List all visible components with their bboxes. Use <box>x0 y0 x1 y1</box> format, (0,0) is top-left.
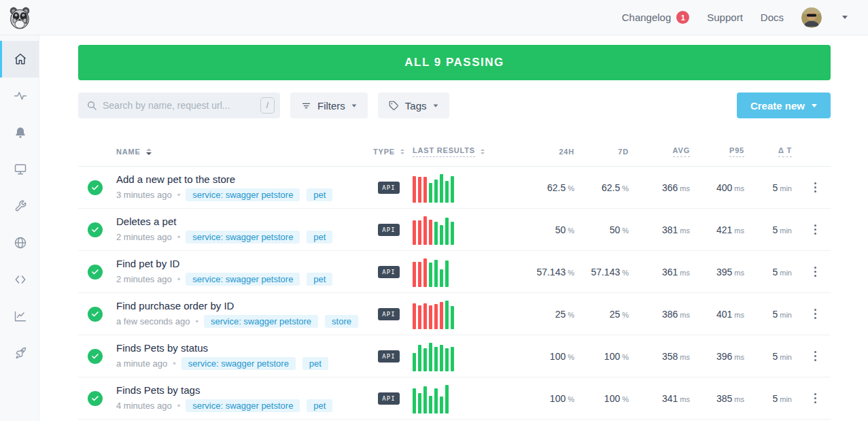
tag-badge[interactable]: pet <box>307 188 332 201</box>
sidebar-item-checks[interactable] <box>0 78 39 114</box>
sidebar-item-alerts[interactable] <box>0 114 39 151</box>
row-options-kebab-icon[interactable] <box>810 178 820 197</box>
tag-badge[interactable]: service: swagger petstore <box>186 231 300 243</box>
result-bar-fail[interactable] <box>413 220 416 245</box>
result-bar-fail[interactable] <box>413 262 416 287</box>
result-bar-pass[interactable] <box>451 347 454 371</box>
user-avatar[interactable] <box>801 7 822 28</box>
sort-icon-last-results[interactable] <box>481 149 485 154</box>
column-header-delta-t[interactable]: Δ T <box>752 146 800 157</box>
tag-badge[interactable]: pet <box>307 231 332 243</box>
result-bar-pass[interactable] <box>445 260 449 287</box>
tag-badge[interactable]: service: swagger petstore <box>186 273 300 286</box>
row-options-kebab-icon[interactable] <box>810 347 820 365</box>
result-bar-pass[interactable] <box>445 348 449 371</box>
result-bar-fail[interactable] <box>418 305 421 329</box>
sidebar-item-maintenance[interactable] <box>0 188 39 224</box>
column-header-avg[interactable]: AVG <box>637 146 698 157</box>
result-bar-pass[interactable] <box>440 397 443 414</box>
row-options-kebab-icon[interactable] <box>810 263 820 281</box>
result-bar-pass[interactable] <box>451 222 454 245</box>
result-bar-pass[interactable] <box>445 301 449 329</box>
result-bar-fail[interactable] <box>418 220 421 245</box>
result-bar-pass[interactable] <box>440 345 443 371</box>
result-bar-fail[interactable] <box>429 305 432 329</box>
result-bar-pass[interactable] <box>451 176 454 203</box>
check-name[interactable]: Find purchase order by ID <box>116 300 365 311</box>
filters-button[interactable]: Filters <box>290 92 368 118</box>
check-name-cell[interactable]: Add a new pet to the store 3 minutes ago… <box>116 173 365 201</box>
result-bar-pass[interactable] <box>434 222 438 245</box>
check-name-cell[interactable]: Finds Pets by tags 4 minutes ago • servi… <box>116 384 365 412</box>
result-bar-pass[interactable] <box>429 183 432 203</box>
sidebar-item-quickstart[interactable] <box>0 335 39 371</box>
docs-link[interactable]: Docs <box>761 12 784 23</box>
sort-icon-type[interactable] <box>400 149 404 154</box>
result-bar-fail[interactable] <box>434 304 438 329</box>
check-name-cell[interactable]: Find purchase order by ID a few seconds … <box>116 300 365 328</box>
result-bar-pass[interactable] <box>451 306 454 329</box>
tag-badge[interactable]: pet <box>302 357 328 370</box>
result-bar-pass[interactable] <box>440 174 443 203</box>
row-options-kebab-icon[interactable] <box>810 220 820 239</box>
result-bar-pass[interactable] <box>429 343 432 371</box>
sidebar-item-analytics[interactable] <box>0 298 39 335</box>
result-bar-pass[interactable] <box>440 269 443 287</box>
result-bar-pass[interactable] <box>418 393 421 414</box>
create-new-button[interactable]: Create new <box>737 92 831 118</box>
check-name[interactable]: Finds Pets by status <box>116 342 365 354</box>
result-bar-pass[interactable] <box>434 180 438 203</box>
changelog-link[interactable]: Changelog 1 <box>622 11 690 24</box>
result-bar-fail[interactable] <box>418 177 421 203</box>
result-bar-fail[interactable] <box>413 176 416 203</box>
search-input[interactable] <box>103 100 260 111</box>
result-bar-fail[interactable] <box>423 177 427 203</box>
tag-badge[interactable]: pet <box>307 273 332 286</box>
result-bar-fail[interactable] <box>418 262 421 287</box>
column-header-p95[interactable]: P95 <box>698 146 752 157</box>
status-banner[interactable]: ALL 9 PASSING <box>78 45 831 80</box>
column-header-last-results[interactable]: LAST RESULTS <box>413 146 521 157</box>
check-name[interactable]: Finds Pets by tags <box>116 384 365 396</box>
result-bar-pass[interactable] <box>445 385 449 414</box>
result-bar-pass[interactable] <box>429 263 432 287</box>
result-bar-pass[interactable] <box>434 388 438 414</box>
tag-badge[interactable]: pet <box>307 399 332 412</box>
tag-badge[interactable]: service: swagger petstore <box>181 357 296 370</box>
column-header-type[interactable]: TYPE <box>365 148 413 156</box>
result-bar-fail[interactable] <box>429 220 432 245</box>
result-bar-pass[interactable] <box>429 396 432 414</box>
sidebar-item-browser[interactable] <box>0 224 39 261</box>
result-bar-fail[interactable] <box>423 216 427 245</box>
sort-icon-name[interactable] <box>146 148 152 155</box>
result-bar-pass[interactable] <box>445 218 449 245</box>
result-bar-fail[interactable] <box>440 302 443 329</box>
raccoon-logo-icon[interactable] <box>8 6 31 29</box>
account-menu-caret-icon[interactable] <box>842 16 848 19</box>
result-bar-pass[interactable] <box>423 348 427 371</box>
check-name-cell[interactable]: Find pet by ID 2 minutes ago • service: … <box>116 258 365 286</box>
support-link[interactable]: Support <box>707 12 743 23</box>
tags-button[interactable]: Tags <box>378 92 449 118</box>
result-bar-pass[interactable] <box>418 345 421 371</box>
tag-badge[interactable]: service: swagger petstore <box>186 399 300 412</box>
check-name[interactable]: Find pet by ID <box>116 258 365 269</box>
check-name-cell[interactable]: Deletes a pet 2 minutes ago • service: s… <box>116 216 365 243</box>
result-bar-fail[interactable] <box>423 258 427 287</box>
row-options-kebab-icon[interactable] <box>810 305 820 323</box>
column-header-name[interactable]: NAME <box>116 148 365 156</box>
check-name[interactable]: Deletes a pet <box>116 216 365 227</box>
result-bar-pass[interactable] <box>413 388 416 414</box>
result-bar-pass[interactable] <box>445 181 449 203</box>
result-bar-pass[interactable] <box>423 386 427 414</box>
row-options-kebab-icon[interactable] <box>810 389 820 407</box>
result-bar-fail[interactable] <box>423 303 427 329</box>
search-box[interactable]: / <box>78 92 280 118</box>
tag-badge[interactable]: store <box>325 315 358 328</box>
sidebar-item-dashboards[interactable] <box>0 151 39 188</box>
result-bar-pass[interactable] <box>434 347 438 371</box>
result-bar-fail[interactable] <box>413 303 416 329</box>
sidebar-item-code[interactable] <box>0 261 39 298</box>
result-bar-pass[interactable] <box>440 225 443 245</box>
result-bar-pass[interactable] <box>434 260 438 287</box>
